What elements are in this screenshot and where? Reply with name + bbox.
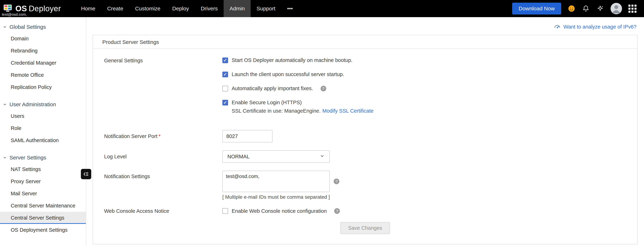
nav-item-customize[interactable]: Customize [129,0,166,17]
sidebar-item-os-deployment-settings[interactable]: OS Deployment Settings [0,224,86,236]
checkbox-row: Enable Secure Login (HTTPS) [222,100,637,106]
sidebar-item-domain[interactable]: Domain [0,32,86,45]
sidebar-item-role[interactable]: Role [0,122,86,134]
notification-server-port-input[interactable] [222,130,272,142]
sidebar-section-user-administration: User Administration Users Role SAML Auth… [0,99,86,146]
checkbox-label: Enable Secure Login (HTTPS) [232,100,302,106]
chevron-down-icon [2,25,7,29]
notification-server-port-row: Notification Server Port* [93,130,637,142]
sidebar-item-nat-settings[interactable]: NAT Settings [0,163,86,175]
checkbox-auto-start[interactable] [222,57,228,63]
log-level-row: Log Level NORMAL [93,150,637,163]
nav-item-admin[interactable]: Admin [224,0,250,17]
notifications-bell-icon[interactable] [582,5,590,12]
checkbox-label: Start OS Deployer automatically on machi… [232,57,352,63]
nav-item-more[interactable]: ••• [281,0,299,17]
sidebar-header-label: Global Settings [10,24,46,30]
nav-item-create[interactable]: Create [101,0,129,17]
notification-server-port-label: Notification Server Port* [93,133,222,139]
main-nav: Home Create Customize Deploy Drivers Adm… [75,0,299,17]
checkbox-row: Start OS Deployer automatically on machi… [222,57,637,63]
ipv6-gauge-icon [554,22,561,31]
checkbox-secure-login[interactable] [222,100,228,106]
sidebar-section-server-settings: Server Settings NAT Settings Proxy Serve… [0,152,86,236]
sidebar-header-server-settings[interactable]: Server Settings [0,152,86,163]
ssl-certificate-line: SSL Certificate in use: ManageEngine.Mod… [232,108,637,114]
sidebar-item-users[interactable]: Users [0,110,86,122]
checkbox-web-console-notice[interactable] [222,208,228,214]
web-console-access-label: Web Console Access Notice [93,208,222,214]
sidebar-item-remote-office[interactable]: Remote Office [0,69,86,81]
sidebar-item-proxy-server[interactable]: Proxy Server [0,175,86,187]
sidebar-header-user-administration[interactable]: User Administration [0,99,86,110]
download-now-button[interactable]: Download Now [512,3,561,14]
required-asterisk: * [158,133,160,139]
chevron-down-icon [2,102,7,107]
checkbox-label: Enable Web Console notice configuration [232,208,327,214]
emails-hint-text: [ Multiple e-mail IDs must be comma sepa… [222,194,637,200]
sidebar-collapse-button[interactable] [81,169,91,179]
notification-settings-row: Notification Settings test@osd.com, ? [ … [93,171,637,200]
nav-item-support[interactable]: Support [250,0,281,17]
account-text: test@osd.com, [2,12,27,17]
save-changes-button[interactable]: Save Changes [340,222,390,234]
topbar-actions: Download Now [512,0,644,17]
apps-grid-icon[interactable] [628,5,636,13]
user-avatar[interactable] [610,3,622,14]
sidebar-header-label: User Administration [10,101,56,108]
checkbox-label: Launch the client upon successful server… [232,71,344,77]
product-server-settings-card: Product Server Settings General Settings… [93,35,638,245]
general-settings-row: General Settings Start OS Deployer autom… [93,57,637,122]
ssl-certificate-text: SSL Certificate in use: ManageEngine. [232,108,320,114]
help-icon[interactable]: ? [334,208,340,214]
checkbox-row: Launch the client upon successful server… [222,71,637,77]
page-title: Product Server Settings [93,35,637,49]
sidebar-item-central-server-maintenance[interactable]: Central Server Maintenance [0,200,86,212]
sidebar-header-label: Server Settings [10,155,46,161]
nav-item-deploy[interactable]: Deploy [166,0,195,17]
help-icon[interactable]: ? [334,179,339,184]
log-level-dropdown[interactable]: NORMAL [222,150,330,163]
page-body: Global Settings Domain Rebranding Creden… [0,17,644,246]
chevron-down-icon [2,155,7,160]
sidebar-item-replication-policy[interactable]: Replication Policy [0,81,86,93]
nav-item-drivers[interactable]: Drivers [195,0,224,17]
general-settings-label: General Settings [93,57,222,64]
sidebar-section-global-settings: Global Settings Domain Rebranding Creden… [0,21,86,93]
sidebar-item-credential-manager[interactable]: Credential Manager [0,57,86,69]
help-icon[interactable]: ? [320,86,326,91]
checkbox-launch-client[interactable] [222,72,228,77]
chevron-down-icon [320,153,325,160]
logo-text: OSDeployer [16,4,61,13]
notification-settings-label: Notification Settings [93,171,222,180]
sidebar-item-rebranding[interactable]: Rebranding [0,45,86,57]
modify-ssl-certificate-link[interactable]: Modify SSL Certificate [322,108,374,114]
log-level-label: Log Level [93,153,222,160]
ipv6-banner: Want to analyze usage of IPv6? [93,17,638,35]
sidebar-item-mail-server[interactable]: Mail Server [0,187,86,200]
ipv6-analyze-link[interactable]: Want to analyze usage of IPv6? [564,24,636,30]
log-level-value: NORMAL [227,154,250,160]
whats-new-sparkle-icon[interactable] [596,5,604,12]
sidebar-header-global-settings[interactable]: Global Settings [0,21,86,32]
topbar: OSDeployer test@osd.com, Home Create Cus… [0,0,644,17]
checkbox-row: Automatically apply important fixes. ? [222,86,637,91]
main-content: Want to analyze usage of IPv6? Product S… [86,17,644,246]
sidebar-item-saml-authentication[interactable]: SAML Authentication [0,134,86,146]
web-console-access-row: Web Console Access Notice Enable Web Con… [93,208,637,214]
notification-emails-textarea[interactable]: test@osd.com, [222,171,330,192]
admin-sidebar: Global Settings Domain Rebranding Creden… [0,17,86,246]
checkbox-apply-fixes[interactable] [222,86,228,91]
nav-item-home[interactable]: Home [75,0,101,17]
feedback-smiley-icon[interactable] [568,5,576,12]
sidebar-item-central-server-settings[interactable]: Central Server Settings [0,212,86,224]
checkbox-label: Automatically apply important fixes. [232,86,313,91]
